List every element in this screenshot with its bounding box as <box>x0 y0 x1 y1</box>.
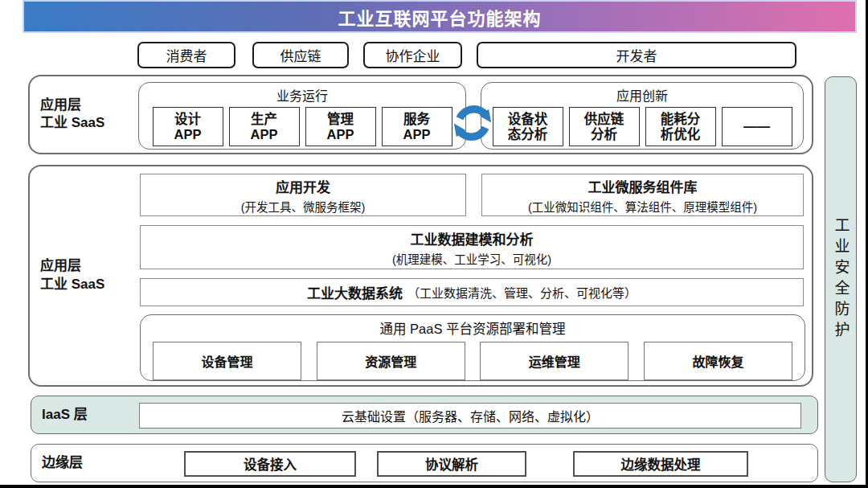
app-box-line1: 服务 <box>403 112 430 127</box>
iaas-layer-section: IaaS 层 云基础设置（服务器、存储、网络、虚拟化） <box>31 396 818 434</box>
saas-app-layer-top-section: 应用层 工业 SaaS 业务运行 设计 APP 生产 APP 管理 APP <box>28 75 813 154</box>
stakeholder-consumer: 消费者 <box>137 42 235 68</box>
iaas-layer-label: IaaS 层 <box>42 406 138 424</box>
app-innovation-boxes: 设备状 态分析 供应链 分析 能耗分 析优化 —— <box>481 107 803 146</box>
mgmt-box-label: 资源管理 <box>365 351 416 371</box>
app-dev-title: 应用开发 <box>276 176 330 196</box>
stakeholder-label: 供应链 <box>280 45 321 65</box>
stakeholder-label: 消费者 <box>166 45 207 65</box>
innovation-box-line2: 态分析 <box>508 127 548 142</box>
innovation-box-supply-chain: 供应链 分析 <box>569 107 640 146</box>
app-dev-subtitle: (开发工具、微服务框架) <box>241 198 366 215</box>
edge-layer-label: 边缘层 <box>42 454 138 473</box>
edge-box-device-access: 设备接入 <box>184 451 356 477</box>
business-run-group: 业务运行 设计 APP 生产 APP 管理 APP 服务 APP <box>138 82 466 150</box>
stakeholder-label: 开发者 <box>616 45 657 65</box>
business-run-boxes: 设计 APP 生产 APP 管理 APP 服务 APP <box>139 107 465 146</box>
app-dev-box: 应用开发 (开发工具、微服务框架) <box>140 174 466 216</box>
microservice-lib-box: 工业微服务组件库 (工业微知识组件、算法组件、原理模型组件) <box>481 174 804 216</box>
iaas-label-text: IaaS 层 <box>42 406 138 424</box>
security-bar: 工业安全防护 <box>825 76 857 482</box>
layer-label-line2: 工业 SaaS <box>40 276 137 294</box>
app-box-line2: APP <box>251 127 278 142</box>
big-data-subtitle: （工业数据清洗、管理、分析、可视化等） <box>407 284 637 301</box>
innovation-box-line1: 能耗分 <box>661 112 701 127</box>
edge-box-protocol-parse: 协议解析 <box>377 451 526 477</box>
layer-label-saas-mid: 应用层 工业 SaaS <box>40 257 137 294</box>
edge-box-edge-data: 边缘数据处理 <box>573 451 748 477</box>
mgmt-box-label: 运维管理 <box>529 351 580 371</box>
mgmt-box-ops: 运维管理 <box>480 342 628 380</box>
paas-boxes: 设备管理 资源管理 运维管理 故障恢复 <box>141 342 805 380</box>
architecture-diagram: 工业互联网平台功能架构 消费者 供应链 协作企业 开发者 应用层 工业 SaaS… <box>0 0 868 488</box>
innovation-box-device-status: 设备状 态分析 <box>493 107 563 146</box>
security-bar-label: 工业安全防护 <box>830 217 852 342</box>
microservice-lib-title: 工业微服务组件库 <box>588 176 698 196</box>
cloud-infra-label: 云基础设置（服务器、存储、网络、虚拟化） <box>342 406 599 425</box>
app-innovation-group: 应用创新 设备状 态分析 供应链 分析 能耗分 析优化 —— <box>481 82 804 150</box>
diagram-title-banner: 工业互联网平台功能架构 <box>23 0 857 33</box>
stakeholder-developer: 开发者 <box>477 42 796 68</box>
app-box-design: 设计 APP <box>153 107 223 146</box>
data-modeling-box: 工业数据建模和分析 (机理建模、工业学习、可视化) <box>140 225 804 269</box>
app-box-management: 管理 APP <box>305 107 376 146</box>
innovation-box-line1: 设备状 <box>508 112 548 127</box>
layer-label-line1: 应用层 <box>40 96 137 115</box>
innovation-box-line2: 析优化 <box>661 127 701 142</box>
big-data-title: 工业大数据系统 <box>307 282 403 302</box>
edge-box-label: 协议解析 <box>425 454 478 474</box>
innovation-box-placeholder: —— <box>722 107 792 146</box>
app-box-line1: 管理 <box>327 112 354 127</box>
stakeholder-partner-enterprise: 协作企业 <box>363 42 462 68</box>
app-box-line2: APP <box>403 127 431 142</box>
big-data-box: 工业大数据系统 （工业数据清洗、管理、分析、可视化等） <box>140 278 804 306</box>
app-box-line1: 设计 <box>174 112 201 127</box>
page-title: 工业互联网平台功能架构 <box>338 4 541 30</box>
platform-mid-section: 应用层 工业 SaaS 应用开发 (开发工具、微服务框架) 工业微服务组件库 (… <box>28 165 813 387</box>
stakeholder-supply-chain: 供应链 <box>252 42 349 68</box>
edge-box-label: 边缘数据处理 <box>621 454 701 474</box>
mgmt-box-label: 故障恢复 <box>692 351 743 371</box>
stakeholder-label: 协作企业 <box>386 45 440 65</box>
data-modeling-title: 工业数据建模和分析 <box>411 228 534 248</box>
edge-box-label: 设备接入 <box>244 454 297 474</box>
microservice-lib-subtitle: (工业微知识组件、算法组件、原理模型组件) <box>528 198 757 215</box>
app-box-line2: APP <box>327 127 354 142</box>
layer-label-line1: 应用层 <box>40 257 137 276</box>
paas-title: 通用 PaaS 平台资源部署和管理 <box>141 318 805 338</box>
sync-refresh-icon <box>447 97 498 149</box>
innovation-box-line2: 分析 <box>591 127 617 142</box>
app-box-service: 服务 APP <box>382 107 452 146</box>
mgmt-box-resource: 资源管理 <box>317 342 465 380</box>
cloud-infra-box: 云基础设置（服务器、存储、网络、虚拟化） <box>139 403 801 429</box>
app-box-line2: APP <box>174 127 202 142</box>
layer-label-line2: 工业 SaaS <box>40 115 137 133</box>
app-box-production: 生产 APP <box>229 107 300 146</box>
innovation-box-line1: 供应链 <box>584 112 624 127</box>
innovation-box-energy: 能耗分 析优化 <box>645 107 716 146</box>
data-modeling-subtitle: (机理建模、工业学习、可视化) <box>392 250 551 267</box>
layer-label-saas-top: 应用层 工业 SaaS <box>40 96 137 133</box>
paas-group: 通用 PaaS 平台资源部署和管理 设备管理 资源管理 运维管理 故障恢复 <box>140 314 805 381</box>
business-run-title: 业务运行 <box>139 85 465 105</box>
mgmt-box-label: 设备管理 <box>201 351 252 371</box>
app-box-line1: 生产 <box>251 112 277 127</box>
mgmt-box-device: 设备管理 <box>153 342 301 380</box>
edge-label-text: 边缘层 <box>42 454 138 473</box>
app-innovation-title: 应用创新 <box>481 85 803 105</box>
mgmt-box-fault-recovery: 故障恢复 <box>644 342 792 380</box>
edge-layer-section: 边缘层 设备接入 协议解析 边缘数据处理 <box>31 444 818 482</box>
innovation-box-line1: —— <box>743 119 770 134</box>
